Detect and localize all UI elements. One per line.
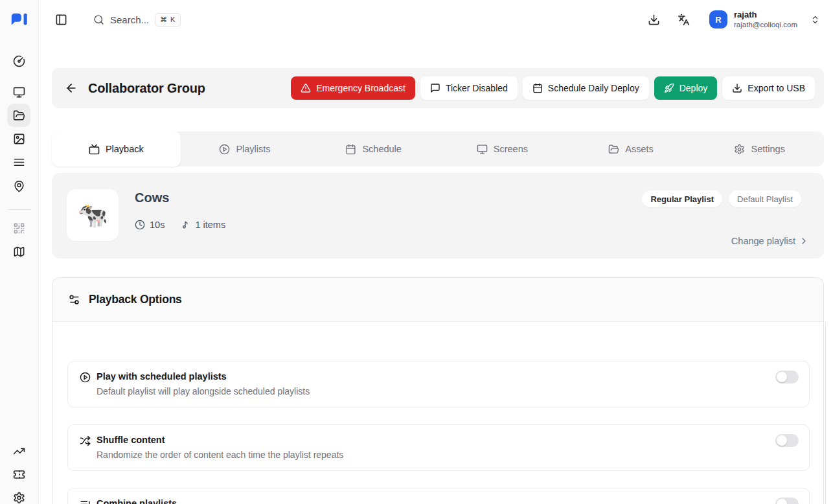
toggle-knob xyxy=(777,499,787,504)
emergency-broadcast-button[interactable]: Emergency Broadcast xyxy=(291,76,415,100)
sidebar-item-groups[interactable] xyxy=(7,104,30,127)
shuffle-content-toggle[interactable] xyxy=(775,434,799,447)
sidebar-item-analytics[interactable] xyxy=(7,439,30,463)
rocket-icon xyxy=(664,83,674,93)
menu-icon xyxy=(13,156,25,168)
user-menu[interactable]: R rajath rajath@colloqi.com xyxy=(709,10,820,30)
schedule-daily-deploy-label: Schedule Daily Deploy xyxy=(548,83,639,93)
chevron-right-icon xyxy=(799,236,809,246)
qr-code-icon xyxy=(13,222,25,235)
scrollbar[interactable] xyxy=(825,322,833,504)
trending-up-icon xyxy=(13,445,25,457)
topbar-actions: R rajath rajath@colloqi.com xyxy=(633,10,833,30)
sidebar-item-settings[interactable] xyxy=(7,486,30,504)
playlist-item-count: 1 items xyxy=(180,220,225,230)
tab-bar: Playback Playlists Schedule Screens Asse… xyxy=(52,132,824,166)
playlist-meta: 10s 1 items xyxy=(135,220,225,230)
default-playlist-badge: Default Playlist xyxy=(729,190,801,207)
user-email: rajath@colloqi.com xyxy=(734,20,797,29)
ticker-disabled-button[interactable]: Ticker Disabled xyxy=(420,76,518,100)
tab-assets-label: Assets xyxy=(625,144,654,154)
playlist-badges: Regular Playlist Default Playlist xyxy=(642,190,801,207)
user-name: rajath xyxy=(734,10,797,20)
tab-assets[interactable]: Assets xyxy=(567,132,696,166)
option-row-combine-playlists: Combine playlists xyxy=(67,488,810,504)
search-icon xyxy=(93,14,104,25)
change-playlist-link[interactable]: Change playlist xyxy=(731,236,809,246)
deploy-button[interactable]: Deploy xyxy=(654,76,718,100)
change-playlist-label: Change playlist xyxy=(731,236,795,246)
play-with-scheduled-toggle[interactable] xyxy=(775,371,799,384)
search-input[interactable]: Search... ⌘ K xyxy=(93,13,181,27)
current-playlist-card: 🐄 Cows 10s 1 items Regular Playlist Defa… xyxy=(52,173,824,258)
shuffle-icon xyxy=(80,435,91,446)
pi-logo-icon xyxy=(10,12,29,27)
option-title: Play with scheduled playlists xyxy=(97,371,227,382)
download-icon xyxy=(732,83,742,93)
map-pin-icon xyxy=(13,180,25,192)
back-button[interactable] xyxy=(63,80,79,96)
option-description: Randomize the order of content each time… xyxy=(97,450,343,460)
alert-triangle-icon xyxy=(301,83,311,93)
ticket-icon xyxy=(13,468,25,481)
export-to-usb-button[interactable]: Export to USB xyxy=(722,76,815,100)
folder-open-icon xyxy=(13,109,25,122)
playlist-duration-value: 10s xyxy=(150,220,165,230)
playlist-title: Cows xyxy=(135,190,169,205)
download-icon xyxy=(648,14,660,26)
app-logo[interactable] xyxy=(0,0,39,39)
schedule-daily-deploy-button[interactable]: Schedule Daily Deploy xyxy=(523,76,649,100)
sidebar-toggle-button[interactable] xyxy=(52,10,70,29)
sidebar-item-dashboard[interactable] xyxy=(7,49,30,73)
playback-options-card: Playback Options Play with scheduled pla… xyxy=(52,277,824,504)
tab-settings[interactable]: Settings xyxy=(695,132,824,166)
page-header: Collaborator Group Emergency Broadcast T… xyxy=(52,68,824,108)
sidebar-item-media[interactable] xyxy=(7,127,30,150)
panel-left-icon xyxy=(55,14,67,26)
emergency-broadcast-label: Emergency Broadcast xyxy=(316,83,405,93)
sidebar-item-map[interactable] xyxy=(7,240,30,263)
download-button[interactable] xyxy=(645,10,663,29)
combine-playlists-toggle[interactable] xyxy=(775,498,799,504)
tab-screens[interactable]: Screens xyxy=(438,132,567,166)
tab-schedule[interactable]: Schedule xyxy=(309,132,438,166)
music-note-icon xyxy=(180,220,190,230)
deploy-label: Deploy xyxy=(679,83,708,93)
circle-play-icon xyxy=(219,144,230,155)
export-to-usb-label: Export to USB xyxy=(747,83,805,93)
page-title: Collaborator Group xyxy=(88,81,205,96)
search-placeholder: Search... xyxy=(110,14,149,25)
monitor-icon xyxy=(477,144,488,155)
regular-playlist-badge: Regular Playlist xyxy=(642,190,722,207)
playback-options-header: Playback Options xyxy=(52,278,823,322)
avatar: R xyxy=(709,10,727,29)
sidebar xyxy=(0,39,39,504)
option-title: Combine playlists xyxy=(97,498,177,504)
map-icon xyxy=(13,246,25,258)
image-icon xyxy=(13,133,25,145)
sidebar-item-qr-pairing[interactable] xyxy=(7,216,30,240)
toggle-knob xyxy=(777,372,787,382)
sidebar-item-locations[interactable] xyxy=(7,174,30,198)
message-square-icon xyxy=(430,83,440,93)
sidebar-item-playlists[interactable] xyxy=(7,150,30,174)
circle-play-icon xyxy=(80,372,91,383)
sidebar-item-tickets[interactable] xyxy=(7,463,30,486)
playlist-thumbnail: 🐄 xyxy=(67,189,119,241)
tab-playlists[interactable]: Playlists xyxy=(181,132,310,166)
gear-icon xyxy=(734,144,745,155)
clock-icon xyxy=(135,220,145,230)
chevrons-up-down-icon xyxy=(810,15,820,25)
tab-settings-label: Settings xyxy=(751,144,784,154)
sidebar-item-screens[interactable] xyxy=(7,80,30,104)
tab-playback[interactable]: Playback xyxy=(52,132,181,166)
toggle-knob xyxy=(777,435,787,446)
header-actions: Emergency Broadcast Ticker Disabled Sche… xyxy=(291,76,824,100)
playlist-item-count-value: 1 items xyxy=(195,220,225,230)
search-shortcut-badge: ⌘ K xyxy=(155,13,181,27)
settings-sliders-icon xyxy=(68,293,80,306)
option-description: Default playlist will play alongside sch… xyxy=(97,386,310,396)
language-button[interactable] xyxy=(674,10,692,29)
tab-playlists-label: Playlists xyxy=(236,144,270,154)
tab-playback-label: Playback xyxy=(106,144,144,154)
